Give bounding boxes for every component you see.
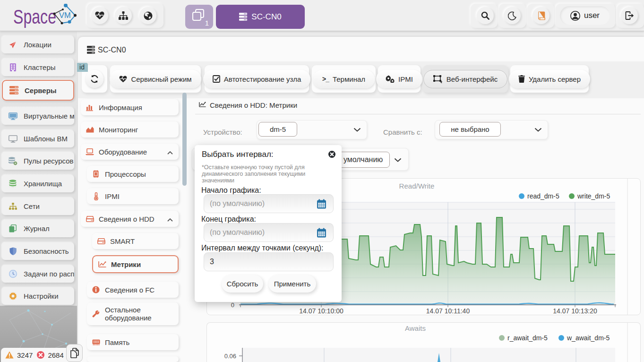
svg-text:0: 0	[231, 302, 234, 309]
svg-text:14.07 10:10:00: 14.07 10:10:00	[299, 307, 343, 315]
svg-text:w_await_dm-5: w_await_dm-5	[567, 334, 610, 342]
svg-text:VM: VM	[59, 11, 71, 19]
svg-text:Read/Write: Read/Write	[399, 182, 435, 190]
svg-text:Space: Space	[13, 5, 56, 28]
svg-text:14.07 10:11:40: 14.07 10:11:40	[426, 307, 470, 315]
svg-text:0.06: 0.06	[224, 353, 236, 360]
svg-text:r_await_dm-5: r_await_dm-5	[507, 334, 548, 342]
svg-text:read_dm-5: read_dm-5	[527, 192, 559, 200]
svg-text:14.07 10:13:20: 14.07 10:13:20	[553, 307, 597, 315]
svg-text:Awaits: Awaits	[405, 324, 426, 332]
svg-text:write_dm-5: write_dm-5	[577, 192, 610, 200]
